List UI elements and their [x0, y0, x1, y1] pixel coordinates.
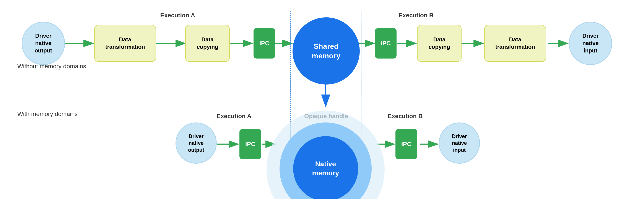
driver-native-input-bottom: Driver native input [439, 122, 480, 164]
shared-memory: Shared memory [292, 17, 360, 84]
data-transformation-right: Data transformation [484, 25, 546, 62]
driver-native-output-bottom: Driver native output [176, 122, 217, 164]
ipc-left-top: IPC [254, 28, 275, 58]
driver-native-output-top: Driver native output [22, 22, 65, 65]
data-copying-left: Data copying [185, 25, 230, 62]
exec-b-label-top: Execution B [373, 12, 460, 19]
data-copying-right: Data copying [417, 25, 462, 62]
with-memory-domains-label: With memory domains [17, 110, 78, 118]
ipc-right-top: IPC [375, 28, 396, 58]
exec-a-label-top: Execution A [134, 12, 221, 19]
ipc-right-bottom: IPC [396, 129, 417, 159]
ipc-left-bottom: IPC [240, 129, 261, 159]
data-transformation-left: Data transformation [94, 25, 156, 62]
exec-b-label-bottom: Execution B [373, 113, 438, 120]
diagram-container: Without memory domains With memory domai… [0, 0, 644, 199]
exec-a-label-bottom: Execution A [202, 113, 266, 120]
driver-native-input-top: Driver native input [569, 22, 612, 65]
without-memory-domains-label: Without memory domains [17, 63, 86, 70]
section-divider [17, 100, 624, 100]
